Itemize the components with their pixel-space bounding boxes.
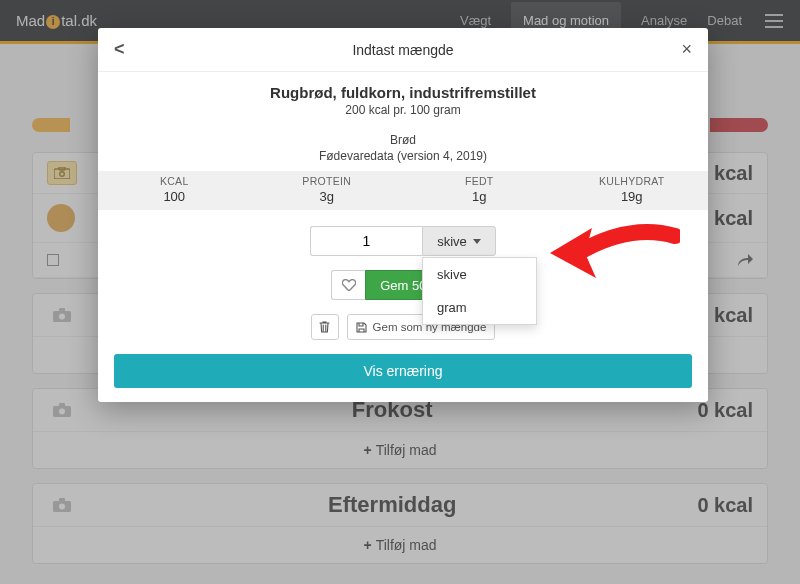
quantity-input[interactable] bbox=[310, 226, 422, 256]
delete-button[interactable] bbox=[311, 314, 339, 340]
protein-value: 3g bbox=[251, 189, 404, 204]
quantity-row: skive skive gram bbox=[98, 226, 708, 256]
unit-dropdown: skive gram bbox=[422, 257, 537, 325]
favorite-button[interactable] bbox=[331, 270, 365, 300]
product-source: Fødevaredata (version 4, 2019) bbox=[114, 149, 692, 163]
trash-icon bbox=[319, 321, 330, 333]
product-info: Rugbrød, fuldkorn, industrifremstillet 2… bbox=[98, 72, 708, 171]
kcal-header: KCAL bbox=[98, 175, 251, 187]
heart-icon bbox=[342, 279, 356, 291]
back-button[interactable]: < bbox=[114, 39, 125, 60]
product-subtitle: 200 kcal pr. 100 gram bbox=[114, 103, 692, 117]
mini-action-row: Gem som ny mængde bbox=[98, 314, 708, 340]
chevron-down-icon bbox=[473, 239, 481, 244]
unit-option-gram[interactable]: gram bbox=[423, 291, 536, 324]
unit-selected-label: skive bbox=[437, 234, 467, 249]
unit-option-skive[interactable]: skive bbox=[423, 258, 536, 291]
product-category: Brød bbox=[114, 133, 692, 147]
fat-value: 1g bbox=[403, 189, 556, 204]
modal-header: < Indtast mængde × bbox=[98, 28, 708, 72]
kcal-value: 100 bbox=[98, 189, 251, 204]
save-row: Gem 50 gram bbox=[98, 270, 708, 300]
unit-select[interactable]: skive skive gram bbox=[422, 226, 496, 256]
product-name: Rugbrød, fuldkorn, industrifremstillet bbox=[114, 84, 692, 101]
carb-header: KULHYDRAT bbox=[556, 175, 709, 187]
close-icon[interactable]: × bbox=[681, 39, 692, 60]
nutrition-headers: KCAL PROTEIN FEDT KULHYDRAT bbox=[98, 171, 708, 189]
save-icon bbox=[356, 322, 367, 333]
nutrition-values: 100 3g 1g 19g bbox=[98, 189, 708, 210]
modal-title: Indtast mængde bbox=[98, 42, 708, 58]
quantity-modal: < Indtast mængde × Rugbrød, fuldkorn, in… bbox=[98, 28, 708, 402]
show-nutrition-button[interactable]: Vis ernæring bbox=[114, 354, 692, 388]
fat-header: FEDT bbox=[403, 175, 556, 187]
protein-header: PROTEIN bbox=[251, 175, 404, 187]
carb-value: 19g bbox=[556, 189, 709, 204]
